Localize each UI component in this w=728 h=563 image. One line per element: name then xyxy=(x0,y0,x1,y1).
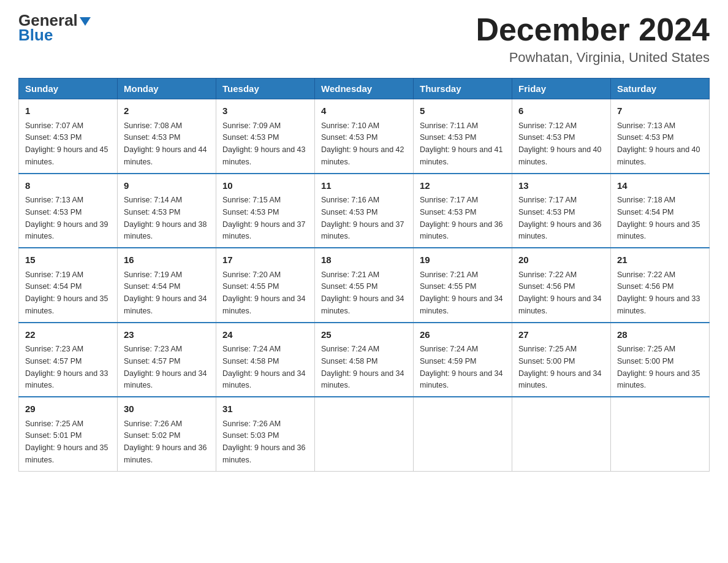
day-info: Sunrise: 7:11 AMSunset: 4:53 PMDaylight:… xyxy=(420,121,503,166)
day-info: Sunrise: 7:24 AMSunset: 4:58 PMDaylight:… xyxy=(222,345,306,389)
calendar-day-cell: 28 Sunrise: 7:25 AMSunset: 5:00 PMDaylig… xyxy=(611,323,710,397)
month-title: December 2024 xyxy=(476,12,710,47)
calendar-week-row-2: 8 Sunrise: 7:13 AMSunset: 4:53 PMDayligh… xyxy=(19,174,710,248)
calendar-day-cell: 29 Sunrise: 7:25 AMSunset: 5:01 PMDaylig… xyxy=(19,397,118,471)
day-info: Sunrise: 7:19 AMSunset: 4:54 PMDaylight:… xyxy=(25,270,108,315)
day-info: Sunrise: 7:22 AMSunset: 4:56 PMDaylight:… xyxy=(518,270,602,315)
col-sunday: Sunday xyxy=(19,79,118,99)
calendar-day-cell: 2 Sunrise: 7:08 AMSunset: 4:53 PMDayligh… xyxy=(118,99,216,174)
day-info: Sunrise: 7:13 AMSunset: 4:53 PMDaylight:… xyxy=(25,196,108,240)
calendar-table: Sunday Monday Tuesday Wednesday Thursday… xyxy=(18,78,710,472)
day-info: Sunrise: 7:20 AMSunset: 4:55 PMDaylight:… xyxy=(222,270,306,315)
calendar-day-cell: 10 Sunrise: 7:15 AMSunset: 4:53 PMDaylig… xyxy=(216,174,315,248)
calendar-day-cell xyxy=(315,397,414,471)
calendar-week-row-4: 22 Sunrise: 7:23 AMSunset: 4:57 PMDaylig… xyxy=(19,323,710,397)
day-info: Sunrise: 7:08 AMSunset: 4:53 PMDaylight:… xyxy=(124,121,207,166)
logo-blue-text: Blue xyxy=(18,27,91,43)
day-number: 6 xyxy=(518,104,604,118)
day-number: 30 xyxy=(124,402,210,416)
day-number: 22 xyxy=(25,328,111,342)
day-number: 7 xyxy=(617,104,703,118)
day-info: Sunrise: 7:26 AMSunset: 5:03 PMDaylight:… xyxy=(222,419,306,464)
day-number: 18 xyxy=(321,253,407,267)
calendar-day-cell: 27 Sunrise: 7:25 AMSunset: 5:00 PMDaylig… xyxy=(512,323,611,397)
day-number: 2 xyxy=(124,104,210,118)
day-number: 28 xyxy=(617,328,703,342)
col-monday: Monday xyxy=(118,79,216,99)
calendar-day-cell: 7 Sunrise: 7:13 AMSunset: 4:53 PMDayligh… xyxy=(611,99,710,174)
calendar-day-cell: 31 Sunrise: 7:26 AMSunset: 5:03 PMDaylig… xyxy=(216,397,315,471)
calendar-day-cell: 21 Sunrise: 7:22 AMSunset: 4:56 PMDaylig… xyxy=(611,248,710,323)
col-saturday: Saturday xyxy=(611,79,710,99)
day-number: 10 xyxy=(222,179,308,193)
calendar-day-cell: 19 Sunrise: 7:21 AMSunset: 4:55 PMDaylig… xyxy=(414,248,512,323)
logo: General Blue xyxy=(18,12,91,43)
day-info: Sunrise: 7:24 AMSunset: 4:58 PMDaylight:… xyxy=(321,345,404,389)
title-block: December 2024 Powhatan, Virginia, United… xyxy=(476,12,710,66)
day-number: 12 xyxy=(420,179,506,193)
calendar-day-cell: 16 Sunrise: 7:19 AMSunset: 4:54 PMDaylig… xyxy=(118,248,216,323)
calendar-day-cell: 30 Sunrise: 7:26 AMSunset: 5:02 PMDaylig… xyxy=(118,397,216,471)
calendar-day-cell: 3 Sunrise: 7:09 AMSunset: 4:53 PMDayligh… xyxy=(216,99,315,174)
day-info: Sunrise: 7:19 AMSunset: 4:54 PMDaylight:… xyxy=(124,270,207,315)
day-number: 21 xyxy=(617,253,703,267)
day-number: 13 xyxy=(518,179,604,193)
calendar-day-cell: 18 Sunrise: 7:21 AMSunset: 4:55 PMDaylig… xyxy=(315,248,414,323)
calendar-day-cell: 6 Sunrise: 7:12 AMSunset: 4:53 PMDayligh… xyxy=(512,99,611,174)
day-number: 8 xyxy=(25,179,111,193)
calendar-week-row-1: 1 Sunrise: 7:07 AMSunset: 4:53 PMDayligh… xyxy=(19,99,710,174)
calendar-day-cell xyxy=(611,397,710,471)
calendar-day-cell: 17 Sunrise: 7:20 AMSunset: 4:55 PMDaylig… xyxy=(216,248,315,323)
day-number: 27 xyxy=(518,328,604,342)
col-thursday: Thursday xyxy=(414,79,512,99)
calendar-day-cell xyxy=(414,397,512,471)
col-friday: Friday xyxy=(512,79,611,99)
day-info: Sunrise: 7:25 AMSunset: 5:01 PMDaylight:… xyxy=(25,419,108,464)
day-info: Sunrise: 7:23 AMSunset: 4:57 PMDaylight:… xyxy=(124,345,207,389)
day-info: Sunrise: 7:07 AMSunset: 4:53 PMDaylight:… xyxy=(25,121,108,166)
day-number: 16 xyxy=(124,253,210,267)
day-number: 26 xyxy=(420,328,506,342)
day-info: Sunrise: 7:14 AMSunset: 4:53 PMDaylight:… xyxy=(124,196,207,240)
day-info: Sunrise: 7:12 AMSunset: 4:53 PMDaylight:… xyxy=(518,121,602,166)
calendar-day-cell: 8 Sunrise: 7:13 AMSunset: 4:53 PMDayligh… xyxy=(19,174,118,248)
calendar-day-cell: 24 Sunrise: 7:24 AMSunset: 4:58 PMDaylig… xyxy=(216,323,315,397)
day-info: Sunrise: 7:13 AMSunset: 4:53 PMDaylight:… xyxy=(617,121,700,166)
location-subtitle: Powhatan, Virginia, United States xyxy=(476,50,710,66)
day-number: 11 xyxy=(321,179,407,193)
day-number: 9 xyxy=(124,179,210,193)
calendar-week-row-3: 15 Sunrise: 7:19 AMSunset: 4:54 PMDaylig… xyxy=(19,248,710,323)
day-number: 25 xyxy=(321,328,407,342)
col-tuesday: Tuesday xyxy=(216,79,315,99)
day-info: Sunrise: 7:17 AMSunset: 4:53 PMDaylight:… xyxy=(420,196,503,240)
calendar-day-cell: 20 Sunrise: 7:22 AMSunset: 4:56 PMDaylig… xyxy=(512,248,611,323)
day-info: Sunrise: 7:23 AMSunset: 4:57 PMDaylight:… xyxy=(25,345,108,389)
col-wednesday: Wednesday xyxy=(315,79,414,99)
day-number: 1 xyxy=(25,104,111,118)
calendar-day-cell xyxy=(512,397,611,471)
calendar-day-cell: 25 Sunrise: 7:24 AMSunset: 4:58 PMDaylig… xyxy=(315,323,414,397)
day-number: 4 xyxy=(321,104,407,118)
day-info: Sunrise: 7:15 AMSunset: 4:53 PMDaylight:… xyxy=(222,196,306,240)
calendar-day-cell: 26 Sunrise: 7:24 AMSunset: 4:59 PMDaylig… xyxy=(414,323,512,397)
calendar-day-cell: 9 Sunrise: 7:14 AMSunset: 4:53 PMDayligh… xyxy=(118,174,216,248)
day-number: 15 xyxy=(25,253,111,267)
calendar-day-cell: 23 Sunrise: 7:23 AMSunset: 4:57 PMDaylig… xyxy=(118,323,216,397)
day-info: Sunrise: 7:25 AMSunset: 5:00 PMDaylight:… xyxy=(518,345,602,389)
day-number: 24 xyxy=(222,328,308,342)
day-info: Sunrise: 7:25 AMSunset: 5:00 PMDaylight:… xyxy=(617,345,700,389)
day-number: 14 xyxy=(617,179,703,193)
day-info: Sunrise: 7:16 AMSunset: 4:53 PMDaylight:… xyxy=(321,196,404,240)
calendar-day-cell: 13 Sunrise: 7:17 AMSunset: 4:53 PMDaylig… xyxy=(512,174,611,248)
calendar-day-cell: 15 Sunrise: 7:19 AMSunset: 4:54 PMDaylig… xyxy=(19,248,118,323)
calendar-day-cell: 5 Sunrise: 7:11 AMSunset: 4:53 PMDayligh… xyxy=(414,99,512,174)
day-info: Sunrise: 7:21 AMSunset: 4:55 PMDaylight:… xyxy=(420,270,503,315)
calendar-day-cell: 11 Sunrise: 7:16 AMSunset: 4:53 PMDaylig… xyxy=(315,174,414,248)
day-info: Sunrise: 7:17 AMSunset: 4:53 PMDaylight:… xyxy=(518,196,602,240)
calendar-header-row: Sunday Monday Tuesday Wednesday Thursday… xyxy=(19,79,710,99)
day-info: Sunrise: 7:09 AMSunset: 4:53 PMDaylight:… xyxy=(222,121,306,166)
day-info: Sunrise: 7:24 AMSunset: 4:59 PMDaylight:… xyxy=(420,345,503,389)
day-info: Sunrise: 7:26 AMSunset: 5:02 PMDaylight:… xyxy=(124,419,207,464)
day-number: 31 xyxy=(222,402,308,416)
calendar-week-row-5: 29 Sunrise: 7:25 AMSunset: 5:01 PMDaylig… xyxy=(19,397,710,471)
